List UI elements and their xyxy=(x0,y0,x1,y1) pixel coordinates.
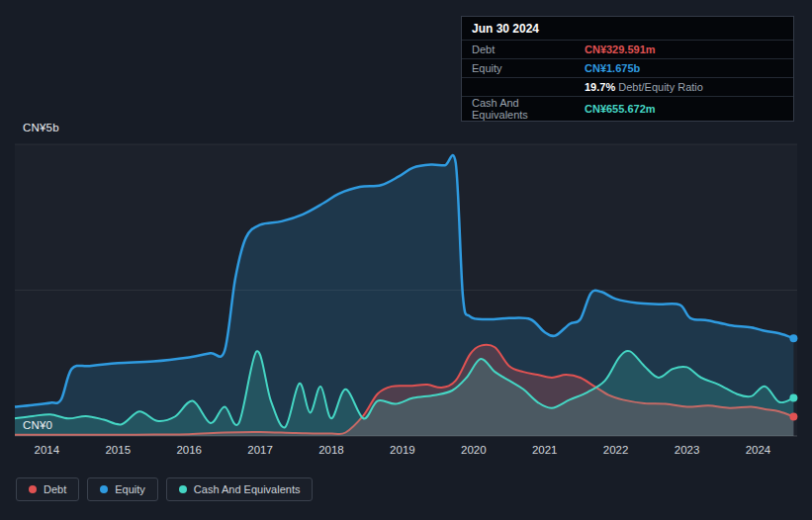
x-tick-2020: 2020 xyxy=(461,444,487,456)
tooltip-ratio-value: 19.7% xyxy=(585,81,615,93)
x-tick-2016: 2016 xyxy=(176,444,202,456)
x-tick-2021: 2021 xyxy=(532,444,558,456)
tooltip-equity-value: CN¥1.675b xyxy=(585,62,640,74)
debt-end-dot xyxy=(789,413,797,421)
legend-label: Equity xyxy=(115,483,145,495)
legend-item-cash-and-equivalents[interactable]: Cash And Equivalents xyxy=(166,477,314,501)
equity-legend-dot-icon xyxy=(100,485,108,493)
x-tick-2018: 2018 xyxy=(318,444,344,456)
tooltip-date: Jun 30 2024 xyxy=(462,17,793,41)
legend-label: Cash And Equivalents xyxy=(194,483,301,495)
tooltip-ratio-value-wrap: 19.7% Debt/Equity Ratio xyxy=(585,81,703,93)
debt-legend-dot-icon xyxy=(29,485,37,493)
legend-item-equity[interactable]: Equity xyxy=(87,477,158,501)
x-tick-2023: 2023 xyxy=(675,444,700,456)
tooltip-debt-label: Debt xyxy=(462,43,585,55)
tooltip-row-debt: Debt CN¥329.591m xyxy=(462,41,793,59)
tooltip-card: Jun 30 2024 Debt CN¥329.591m Equity CN¥1… xyxy=(461,16,794,122)
x-axis: 2014201520162017201820192020202120222023… xyxy=(0,444,812,460)
x-tick-2014: 2014 xyxy=(35,444,60,456)
x-tick-2017: 2017 xyxy=(247,444,273,456)
tooltip-row-equity: Equity CN¥1.675b xyxy=(462,59,793,78)
equity-end-dot xyxy=(789,334,797,342)
legend-item-debt[interactable]: Debt xyxy=(16,477,79,501)
tooltip-row-ratio: 19.7% Debt/Equity Ratio xyxy=(462,78,793,97)
legend-label: Debt xyxy=(44,483,66,495)
cash-and-equivalents-legend-dot-icon xyxy=(179,485,187,493)
x-tick-2015: 2015 xyxy=(105,444,131,456)
y-axis-label-bottom: CN¥0 xyxy=(23,419,52,431)
tooltip-cash-value: CN¥655.672m xyxy=(585,103,656,115)
tooltip-row-cash: Cash And Equivalents CN¥655.672m xyxy=(462,97,793,121)
cash-and-equivalents-end-dot xyxy=(789,393,797,401)
tooltip-debt-value: CN¥329.591m xyxy=(585,43,656,55)
debt-equity-history-panel: CN¥5b CN¥0 20142015201620172018201920202… xyxy=(0,0,812,520)
x-tick-2019: 2019 xyxy=(390,444,415,456)
tooltip-cash-label: Cash And Equivalents xyxy=(462,97,585,121)
y-axis-label-top: CN¥5b xyxy=(23,122,59,133)
x-tick-2022: 2022 xyxy=(603,444,629,456)
x-tick-2024: 2024 xyxy=(746,444,771,456)
legend: DebtEquityCash And Equivalents xyxy=(16,477,313,501)
tooltip-ratio-label: Debt/Equity Ratio xyxy=(618,81,703,93)
tooltip-equity-label: Equity xyxy=(462,62,585,74)
